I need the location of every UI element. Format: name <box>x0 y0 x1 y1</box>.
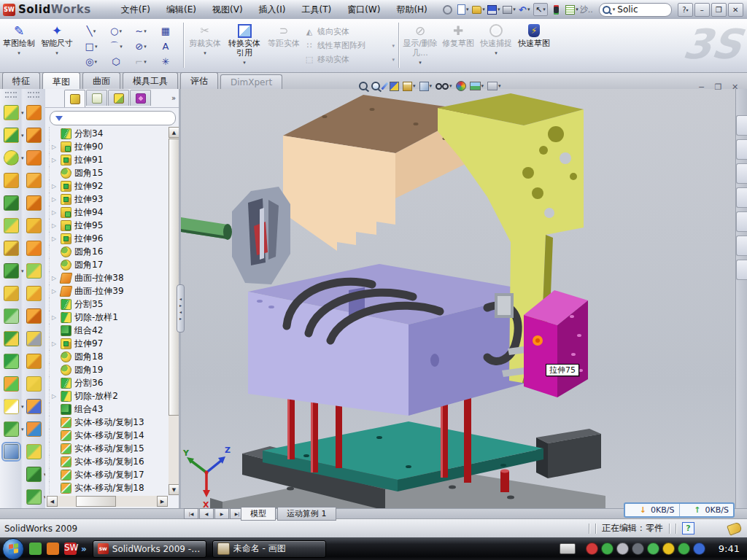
expander-icon[interactable]: ▷ <box>52 157 58 163</box>
toolbar-grip[interactable] <box>5 92 17 98</box>
feature-tree-item[interactable]: ▷圆角16 <box>49 245 168 258</box>
model-canvas[interactable]: Y Z X <box>181 89 735 508</box>
panel-overflow-button[interactable]: » <box>171 94 176 102</box>
feature-tree-item[interactable]: ▷实体-移动/复制17 <box>49 468 168 481</box>
sketch-entity-button[interactable]: ⌐▾ <box>128 54 153 69</box>
feature-tool-icon[interactable] <box>26 286 42 301</box>
rapid-sketch-button[interactable]: ⚡ 快速草图 <box>515 20 553 70</box>
feature-tool-icon[interactable] <box>26 263 42 279</box>
sketch-entity-button[interactable]: ⌒▾ <box>104 39 128 54</box>
motion-nav-button[interactable]: |◀ <box>184 508 198 519</box>
feature-tree-item[interactable]: ▷组合42 <box>49 324 168 337</box>
feature-tool-icon[interactable] <box>4 241 19 256</box>
taskbar-clock[interactable]: 9:41 <box>719 543 740 554</box>
offset-entities-button[interactable]: ⊃ 等距实体 <box>265 20 303 70</box>
graphics-viewport[interactable]: Y Z X <box>181 89 735 508</box>
feature-tool-icon[interactable] <box>26 105 42 120</box>
chevron-down-icon[interactable]: ▾ <box>613 7 616 12</box>
feature-tree-item[interactable]: ▷曲面-拉伸38 <box>49 271 168 284</box>
feature-tool-icon[interactable] <box>4 354 19 369</box>
sketch-entity-button[interactable]: ⬡ <box>104 54 128 69</box>
expander-icon[interactable]: ▷ <box>52 144 58 150</box>
feature-tree-item[interactable]: ▷拉伸95 <box>49 219 168 232</box>
feature-tree-item[interactable]: ▷拉伸90 <box>49 140 168 153</box>
feature-tool-icon[interactable] <box>26 308 42 324</box>
feature-tree-item[interactable]: ▷曲面-拉伸39 <box>49 284 168 298</box>
feature-tree-item[interactable]: ▷拉伸92 <box>49 179 168 192</box>
tray-icon[interactable] <box>662 542 675 555</box>
feature-tree-item[interactable]: ▷拉伸96 <box>49 232 168 245</box>
feature-tree-item[interactable]: ▷拉伸91 <box>49 153 168 166</box>
menu-item[interactable]: 插入(I) <box>251 0 294 20</box>
quick-launch-icon[interactable]: SW <box>64 542 77 555</box>
toolbar-overflow[interactable]: 沙.. <box>580 4 593 15</box>
commandmanager-tab[interactable]: 模具工具 <box>123 72 178 89</box>
feature-tool-icon[interactable]: ▾ <box>26 467 42 482</box>
quickbar-icon[interactable] <box>441 4 454 15</box>
quickbar-icon[interactable]: ▾ <box>472 4 485 15</box>
feature-tool-icon[interactable] <box>4 286 19 301</box>
feature-tree-item[interactable]: ▷实体-移动/复制16 <box>49 455 168 468</box>
quickbar-icon[interactable]: ↖▾ <box>533 3 548 16</box>
feature-tree-item[interactable]: ▷分割36 <box>49 376 168 389</box>
panel-tab[interactable] <box>86 90 107 106</box>
feature-tool-icon[interactable]: ▾ <box>26 489 42 505</box>
feature-tree-item[interactable]: ▷分割34 <box>49 127 168 140</box>
task-pane-tab[interactable] <box>736 236 747 256</box>
sketch-entity-button[interactable]: ◎▾ <box>79 54 104 69</box>
expander-icon[interactable]: ▷ <box>52 236 58 242</box>
sketch-entity-button[interactable]: ~▾ <box>128 23 153 39</box>
splitter-handle[interactable]: ◂▸◂▸ <box>177 284 185 332</box>
scrollbar-thumb[interactable] <box>169 139 179 416</box>
viewport-tool-icon[interactable]: ▾ <box>419 79 433 93</box>
viewport-tool-icon[interactable] <box>456 79 466 93</box>
status-help-icon[interactable]: ? <box>682 522 694 534</box>
feature-tree-item[interactable]: ▷拉伸94 <box>49 206 168 219</box>
expander-icon[interactable]: ▷ <box>52 288 58 295</box>
search-box[interactable]: ▾ Solic <box>599 3 672 17</box>
viewport-tool-icon[interactable]: ▾ <box>403 79 416 93</box>
quick-snaps-button[interactable]: 快速捕捉 ▾ <box>477 20 515 70</box>
quickbar-icon[interactable]: ↶▾ <box>518 4 531 15</box>
sketch-entity-button[interactable]: ⊘▾ <box>128 39 153 54</box>
start-button[interactable] <box>2 538 24 560</box>
menu-item[interactable]: 编辑(E) <box>158 0 204 20</box>
quickbar-icon[interactable]: ▾ <box>487 4 500 15</box>
task-pane-tab[interactable] <box>736 115 747 136</box>
feature-tool-icon[interactable] <box>26 354 42 369</box>
feature-tree-item[interactable]: ▷圆角15 <box>49 166 168 179</box>
tray-icon[interactable] <box>601 542 614 555</box>
tray-icon[interactable] <box>678 542 690 555</box>
quickbar-icon[interactable]: ▾ <box>565 4 578 15</box>
feature-tree-item[interactable]: ▷切除-放样1 <box>49 311 168 324</box>
tag-icon[interactable] <box>727 521 743 535</box>
scroll-right-button[interactable]: ▶ <box>157 496 168 507</box>
viewport-tool-icon[interactable] <box>384 79 386 93</box>
motion-nav-button[interactable]: ▶ <box>214 508 229 519</box>
menu-item[interactable]: 工具(T) <box>293 0 339 20</box>
feature-tool-icon[interactable] <box>26 331 42 346</box>
feature-tool-icon[interactable] <box>4 308 19 324</box>
feature-tree-item[interactable]: ▷实体-移动/复制14 <box>49 429 168 442</box>
sketch-entity-button[interactable]: A <box>153 39 178 54</box>
quick-launch-icon[interactable] <box>29 542 42 555</box>
model-tab[interactable]: 模型 <box>241 507 276 521</box>
model-nozzle-assembly[interactable] <box>181 187 290 284</box>
feature-tool-icon[interactable] <box>26 421 42 437</box>
taskbar-button-solidworks[interactable]: SW SolidWorks 2009 - ... <box>93 540 206 558</box>
model-cavity-block[interactable] <box>248 264 540 416</box>
sketch-entity-button[interactable]: ○▾ <box>104 23 128 39</box>
expander-icon[interactable]: ▷ <box>52 393 58 400</box>
commandmanager-tab[interactable]: DimXpert <box>220 74 282 89</box>
tray-icon[interactable] <box>616 542 629 555</box>
viewport-tool-icon[interactable]: ▾ <box>470 79 484 93</box>
expander-icon[interactable]: ▷ <box>52 275 58 281</box>
expander-icon[interactable]: ▷ <box>52 222 58 229</box>
task-pane-tab[interactable] <box>736 260 747 280</box>
task-pane-tab[interactable] <box>736 139 747 160</box>
model-rail-right[interactable] <box>536 429 601 478</box>
quickbar-icon[interactable]: ▾ <box>503 4 516 15</box>
feature-tool-icon[interactable]: ▾ <box>4 421 19 437</box>
tray-icon[interactable] <box>693 542 705 555</box>
feature-tool-icon[interactable] <box>4 444 19 459</box>
